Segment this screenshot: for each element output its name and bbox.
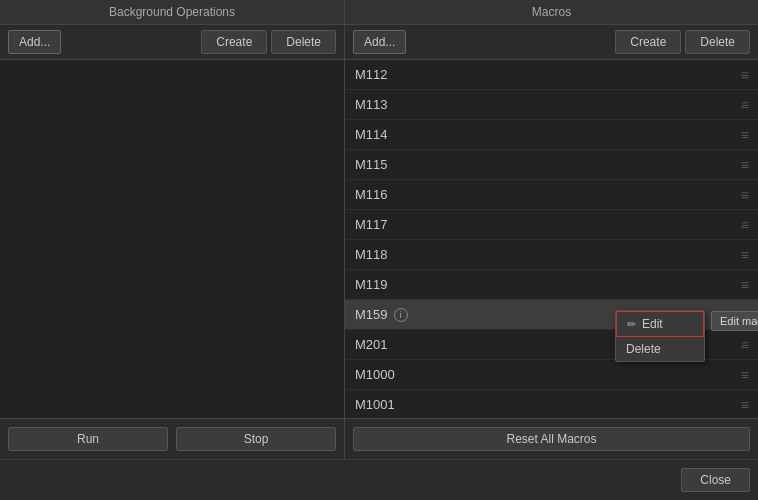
macro-name: M201 xyxy=(355,337,388,352)
list-item[interactable]: M113 ≡ xyxy=(345,90,758,120)
panels-content-row: M112 ≡ M113 ≡ M114 ≡ M115 ≡ xyxy=(0,60,758,418)
drag-handle-green-icon: ≡ xyxy=(740,307,748,323)
info-icon: i xyxy=(394,308,408,322)
macro-label: M117 xyxy=(355,217,388,232)
left-add-button[interactable]: Add... xyxy=(8,30,61,54)
edit-label: Edit xyxy=(642,317,663,331)
macro-name: M119 xyxy=(355,277,388,292)
macro-label: M113 xyxy=(355,97,388,112)
list-item[interactable]: M112 ≡ xyxy=(345,60,758,90)
main-container: Background Operations Macros Add... Crea… xyxy=(0,0,758,500)
left-bottom-btns: Run Stop xyxy=(0,419,345,459)
macro-label: M1001 xyxy=(355,397,395,412)
macro-label-m159: M159 xyxy=(355,307,388,322)
list-item[interactable]: M114 ≡ xyxy=(345,120,758,150)
macro-name-m159: M159 i xyxy=(355,307,408,322)
macro-name: M117 xyxy=(355,217,388,232)
drag-handle-icon: ≡ xyxy=(741,217,748,233)
reset-all-macros-button[interactable]: Reset All Macros xyxy=(353,427,750,451)
macro-label: M116 xyxy=(355,187,388,202)
macro-name: M116 xyxy=(355,187,388,202)
macro-label: M1000 xyxy=(355,367,395,382)
drag-handle-icon: ≡ xyxy=(741,397,748,413)
drag-handle-icon: ≡ xyxy=(741,67,748,83)
macro-label: M119 xyxy=(355,277,388,292)
drag-handle-icon: ≡ xyxy=(741,127,748,143)
drag-handle-icon: ≡ xyxy=(741,247,748,263)
toolbars-row: Add... Create Delete Add... Create Delet… xyxy=(0,25,758,60)
delete-label: Delete xyxy=(626,342,661,356)
drag-handle-icon: ≡ xyxy=(741,367,748,383)
right-content-area: M112 ≡ M113 ≡ M114 ≡ M115 ≡ xyxy=(345,60,758,418)
right-panel-title: Macros xyxy=(345,0,758,24)
list-item[interactable]: M116 ≡ xyxy=(345,180,758,210)
list-item[interactable]: M117 ≡ xyxy=(345,210,758,240)
panels-titles: Background Operations Macros xyxy=(0,0,758,25)
macro-name: M114 xyxy=(355,127,388,142)
list-item[interactable]: M115 ≡ xyxy=(345,150,758,180)
delete-menu-item[interactable]: Delete xyxy=(616,337,704,361)
context-menu: ✏ Edit Delete xyxy=(615,310,705,362)
macro-label: M115 xyxy=(355,157,388,172)
macro-name: M115 xyxy=(355,157,388,172)
macro-name: M1000 xyxy=(355,367,395,382)
left-create-button[interactable]: Create xyxy=(201,30,267,54)
drag-handle-icon: ≡ xyxy=(741,187,748,203)
right-bottom-btns: Reset All Macros xyxy=(345,419,758,459)
drag-handle-icon: ≡ xyxy=(741,97,748,113)
macros-list[interactable]: M112 ≡ M113 ≡ M114 ≡ M115 ≡ xyxy=(345,60,758,418)
pencil-icon: ✏ xyxy=(627,318,636,331)
list-item[interactable]: M1000 ≡ xyxy=(345,360,758,390)
macro-label: M114 xyxy=(355,127,388,142)
macro-name: M118 xyxy=(355,247,388,262)
macro-label: M112 xyxy=(355,67,388,82)
close-button[interactable]: Close xyxy=(681,468,750,492)
bottom-buttons-row: Run Stop Reset All Macros xyxy=(0,418,758,459)
stop-button[interactable]: Stop xyxy=(176,427,336,451)
list-item[interactable]: M119 ≡ xyxy=(345,270,758,300)
right-create-button[interactable]: Create xyxy=(615,30,681,54)
left-content-area xyxy=(0,60,345,418)
right-toolbar: Add... Create Delete xyxy=(345,25,758,59)
drag-handle-icon: ≡ xyxy=(741,157,748,173)
left-panel-title: Background Operations xyxy=(0,0,345,24)
list-item[interactable]: M1001 ≡ xyxy=(345,390,758,418)
edit-menu-item[interactable]: ✏ Edit xyxy=(616,311,704,337)
left-toolbar: Add... Create Delete xyxy=(0,25,345,59)
macro-label: M118 xyxy=(355,247,388,262)
left-delete-button[interactable]: Delete xyxy=(271,30,336,54)
run-button[interactable]: Run xyxy=(8,427,168,451)
macro-name: M112 xyxy=(355,67,388,82)
drag-handle-icon: ≡ xyxy=(741,277,748,293)
close-row: Close xyxy=(0,459,758,500)
list-item[interactable]: M118 ≡ xyxy=(345,240,758,270)
macro-name: M1001 xyxy=(355,397,395,412)
drag-handle-icon: ≡ xyxy=(741,337,748,353)
right-add-button[interactable]: Add... xyxy=(353,30,406,54)
right-delete-button[interactable]: Delete xyxy=(685,30,750,54)
macro-label: M201 xyxy=(355,337,388,352)
macro-name: M113 xyxy=(355,97,388,112)
